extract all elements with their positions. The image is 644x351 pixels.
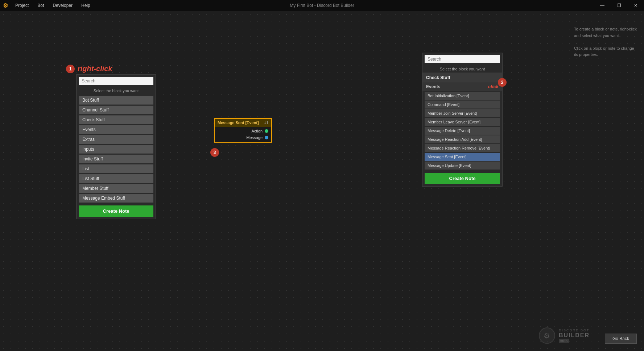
check-stuff-header: Check Stuff <box>422 73 502 82</box>
menu-developer[interactable]: Developer <box>48 0 77 11</box>
left-search-container <box>77 75 156 87</box>
right-search-input[interactable] <box>425 55 500 63</box>
right-menu-item[interactable]: Member Leave Server [Event] <box>425 118 500 126</box>
left-select-label: Select the block you want <box>77 87 156 94</box>
left-menu-item[interactable]: Member Stuff <box>79 184 153 193</box>
help-text: To create a block or note, right-click a… <box>574 26 637 58</box>
left-menu-item[interactable]: Channel Stuff <box>79 106 153 114</box>
right-menu-item[interactable]: Member Join Server [Event] <box>425 109 500 117</box>
message-port-dot <box>265 136 268 139</box>
node-port-action: Action <box>218 129 268 133</box>
left-menu-item[interactable]: List Stuff <box>79 174 153 183</box>
go-back-button[interactable]: Go Back <box>605 334 637 344</box>
node-port-message: Message <box>218 135 268 140</box>
right-menu-item[interactable]: Bot Initialization [Event] <box>425 92 500 100</box>
dbb-logo: ⚙ DISCORD BOT BUILDER BETA <box>539 327 590 344</box>
dbb-builder-text: BUILDER <box>559 332 590 339</box>
node-body: Action Message <box>215 127 271 142</box>
left-menu-item[interactable]: Extras <box>79 135 153 144</box>
step-badge-3: 3 <box>210 148 219 157</box>
menu-bot[interactable]: Bot <box>33 0 48 11</box>
app-logo: ⚙ <box>0 0 11 11</box>
action-port-dot <box>265 129 268 133</box>
step-badge-1: 1 <box>66 65 75 73</box>
right-menu-item[interactable]: Message Sent [Event] <box>425 153 500 161</box>
menu-help[interactable]: Help <box>77 0 95 11</box>
dbb-beta-badge: BETA <box>559 339 569 343</box>
window-controls: — ❐ ✕ <box>594 0 644 11</box>
left-menu-item[interactable]: Message Embed Stuff <box>79 194 153 203</box>
left-menu-item[interactable]: List <box>79 164 153 173</box>
node-header: Message Sent [Event] #1 <box>215 119 271 127</box>
dbb-logo-icon: ⚙ <box>539 327 555 344</box>
title-bar: ⚙ Project Bot Developer Help My First Bo… <box>0 0 644 11</box>
right-select-label: Select the block you want <box>422 65 502 73</box>
title-bar-left: ⚙ Project Bot Developer Help <box>0 0 95 11</box>
right-menu-item[interactable]: Message Reaction Remove [Event] <box>425 144 500 152</box>
action-label: Action <box>251 129 263 133</box>
right-click-label: right-click <box>78 65 112 73</box>
maximize-button[interactable]: ❐ <box>611 0 627 11</box>
message-sent-node[interactable]: Message Sent [Event] #1 Action Message <box>214 118 272 143</box>
right-menu-item[interactable]: Message Update [Event] <box>425 162 500 170</box>
close-button[interactable]: ✕ <box>627 0 644 11</box>
window-title: My First Bot - Discord Bot Builder <box>290 3 354 8</box>
left-search-input[interactable] <box>79 77 153 85</box>
dbb-logo-text: DISCORD BOT BUILDER BETA <box>559 328 590 343</box>
right-menu-item[interactable]: Message Reaction Add [Event] <box>425 135 500 143</box>
minimize-button[interactable]: — <box>594 0 611 11</box>
message-label: Message <box>246 135 263 140</box>
right-menu-list: Bot Initialization [Event]Command [Event… <box>422 91 502 171</box>
left-context-menu: Select the block you want Bot StuffChann… <box>76 74 156 219</box>
left-menu-item[interactable]: Invite Stuff <box>79 155 153 163</box>
right-menu-item[interactable]: Command [Event] <box>425 101 500 109</box>
left-create-note-button[interactable]: Create Note <box>79 205 153 217</box>
left-menu-list: Bot StuffChannel StuffCheck StuffEventsE… <box>77 94 156 203</box>
events-label: Events <box>426 84 440 89</box>
right-search-container <box>422 53 502 65</box>
left-menu-item[interactable]: Events <box>79 125 153 134</box>
right-click-annotation: 1 right-click <box>71 65 112 73</box>
left-menu-item[interactable]: Check Stuff <box>79 115 153 124</box>
dbb-discord-text: DISCORD BOT <box>559 328 590 332</box>
events-row: Events click 2 <box>422 82 502 91</box>
left-menu-item[interactable]: Bot Stuff <box>79 96 153 105</box>
click-label: click <box>488 84 499 89</box>
right-panel: Select the block you want Check Stuff Ev… <box>422 53 503 187</box>
right-menu-item[interactable]: Message Delete [Event] <box>425 127 500 135</box>
right-create-note-button[interactable]: Create Note <box>425 173 500 184</box>
main-canvas[interactable]: To create a block or note, right-click a… <box>0 11 644 351</box>
left-menu-item[interactable]: Inputs <box>79 145 153 154</box>
menu-project[interactable]: Project <box>11 0 33 11</box>
node-title: Message Sent [Event] <box>218 121 259 125</box>
node-number: #1 <box>264 121 268 125</box>
step-badge-2: 2 <box>498 78 507 87</box>
